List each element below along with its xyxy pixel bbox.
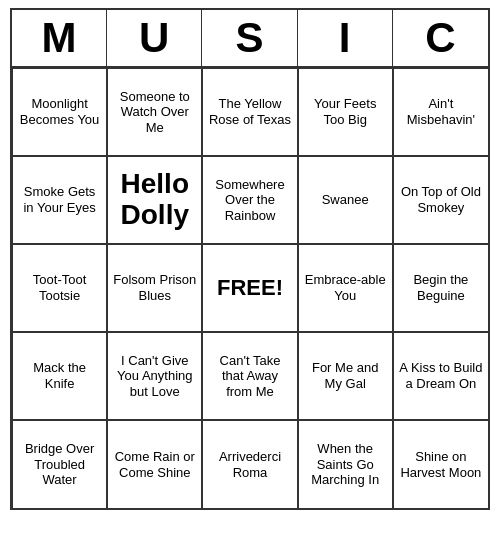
bingo-cell-14[interactable]: Begin the Beguine	[393, 244, 488, 332]
bingo-cell-15[interactable]: Mack the Knife	[12, 332, 107, 420]
bingo-cell-3[interactable]: Your Feets Too Big	[298, 68, 393, 156]
bingo-cell-24[interactable]: Shine on Harvest Moon	[393, 420, 488, 508]
bingo-cell-23[interactable]: When the Saints Go Marching In	[298, 420, 393, 508]
bingo-cell-16[interactable]: I Can't Give You Anything but Love	[107, 332, 202, 420]
bingo-cell-8[interactable]: Swanee	[298, 156, 393, 244]
bingo-cell-22[interactable]: Arrivederci Roma	[202, 420, 297, 508]
bingo-cell-20[interactable]: Bridge Over Troubled Water	[12, 420, 107, 508]
bingo-cell-1[interactable]: Someone to Watch Over Me	[107, 68, 202, 156]
bingo-cell-4[interactable]: Ain't Misbehavin'	[393, 68, 488, 156]
bingo-cell-6[interactable]: Hello Dolly	[107, 156, 202, 244]
bingo-cell-21[interactable]: Come Rain or Come Shine	[107, 420, 202, 508]
header-letter-i: I	[298, 10, 393, 66]
bingo-card: MUSIC Moonlight Becomes YouSomeone to Wa…	[10, 8, 490, 510]
bingo-cell-0[interactable]: Moonlight Becomes You	[12, 68, 107, 156]
header-letter-c: C	[393, 10, 488, 66]
header-letter-m: M	[12, 10, 107, 66]
bingo-cell-12[interactable]: FREE!	[202, 244, 297, 332]
header-letter-u: U	[107, 10, 202, 66]
header-row: MUSIC	[12, 10, 488, 68]
bingo-cell-9[interactable]: On Top of Old Smokey	[393, 156, 488, 244]
bingo-cell-19[interactable]: A Kiss to Build a Dream On	[393, 332, 488, 420]
header-letter-s: S	[202, 10, 297, 66]
bingo-cell-13[interactable]: Embrace-able You	[298, 244, 393, 332]
bingo-cell-5[interactable]: Smoke Gets in Your Eyes	[12, 156, 107, 244]
bingo-cell-10[interactable]: Toot-Toot Tootsie	[12, 244, 107, 332]
bingo-cell-2[interactable]: The Yellow Rose of Texas	[202, 68, 297, 156]
bingo-cell-18[interactable]: For Me and My Gal	[298, 332, 393, 420]
bingo-cell-17[interactable]: Can't Take that Away from Me	[202, 332, 297, 420]
bingo-cell-7[interactable]: Somewhere Over the Rainbow	[202, 156, 297, 244]
bingo-grid: Moonlight Becomes YouSomeone to Watch Ov…	[12, 68, 488, 508]
bingo-cell-11[interactable]: Folsom Prison Blues	[107, 244, 202, 332]
